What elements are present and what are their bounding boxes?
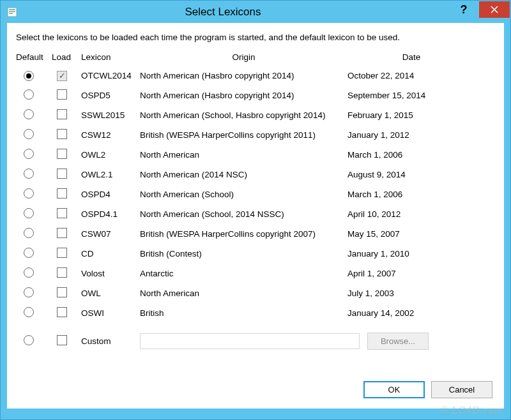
lexicon-origin: North American (Hasbro copyright 2014) — [140, 91, 347, 100]
lexicon-name: OWL2.1 — [81, 170, 140, 179]
lexicon-date: May 15, 2007 — [347, 229, 475, 239]
lexicon-name: OSPD5 — [81, 91, 140, 100]
lexicon-origin: North American — [140, 289, 347, 298]
load-checkbox[interactable] — [57, 267, 67, 278]
lexicon-row: VolostAntarcticApril 1, 2007 — [16, 264, 495, 283]
lexicon-row: SSWL2015North American (School, Hasbro c… — [16, 105, 495, 125]
default-radio[interactable] — [24, 307, 34, 317]
lexicon-date: January 14, 2002 — [347, 308, 475, 318]
browse-button[interactable]: Browse... — [367, 333, 429, 350]
lexicon-name: OSPD4 — [81, 190, 140, 199]
column-headers: Default Load Lexicon Origin Date — [16, 52, 495, 62]
lexicon-name: CD — [81, 249, 140, 259]
lexicon-name: SSWL2015 — [81, 110, 140, 120]
lexicon-origin: North American (Hasbro copyright 2014) — [140, 71, 347, 80]
lexicon-row: OWLNorth AmericanJuly 1, 2003 — [16, 283, 495, 303]
lexicon-date: August 9, 2014 — [347, 170, 475, 179]
load-checkbox[interactable] — [57, 89, 67, 100]
dialog-body: Select the lexicons to be loaded each ti… — [7, 23, 504, 409]
load-checkbox[interactable] — [57, 287, 67, 297]
load-checkbox[interactable] — [57, 307, 67, 317]
custom-default-radio[interactable] — [24, 335, 34, 345]
close-button[interactable] — [479, 1, 510, 18]
custom-label: Custom — [81, 336, 140, 346]
custom-path-input[interactable] — [140, 333, 360, 349]
default-radio[interactable] — [24, 129, 34, 139]
default-radio[interactable] — [24, 267, 34, 278]
header-lexicon: Lexicon — [81, 52, 140, 62]
load-checkbox[interactable] — [57, 71, 67, 81]
lexicon-name: OWL2 — [81, 150, 140, 160]
load-checkbox[interactable] — [57, 129, 67, 139]
default-radio[interactable] — [24, 208, 34, 218]
default-radio[interactable] — [24, 109, 34, 119]
lexicon-date: October 22, 2014 — [347, 71, 475, 80]
load-checkbox[interactable] — [57, 169, 67, 179]
dialog-title: Select Lexicons — [23, 6, 448, 19]
custom-row: Custom Browse... — [16, 329, 495, 352]
load-checkbox[interactable] — [57, 109, 67, 119]
lexicon-origin: British — [140, 308, 347, 318]
lexicon-origin: Antarctic — [140, 269, 347, 278]
lexicon-date: January 1, 2010 — [347, 249, 475, 259]
lexicon-name: CSW12 — [81, 130, 140, 140]
lexicon-date: January 1, 2012 — [347, 130, 475, 140]
lexicon-row: OTCWL2014North American (Hasbro copyrigh… — [16, 66, 495, 86]
default-radio[interactable] — [24, 71, 34, 81]
cancel-button[interactable]: Cancel — [431, 381, 492, 398]
default-radio[interactable] — [24, 89, 34, 100]
load-checkbox[interactable] — [57, 208, 67, 218]
lexicon-date: February 1, 2015 — [347, 110, 475, 120]
custom-load-checkbox[interactable] — [57, 335, 67, 345]
lexicon-name: OWL — [81, 289, 140, 298]
lexicon-row: OSPD4North American (School)March 1, 200… — [16, 184, 495, 204]
app-icon — [6, 6, 18, 18]
default-radio[interactable] — [24, 188, 34, 199]
lexicon-date: July 1, 2003 — [347, 289, 475, 298]
default-radio[interactable] — [24, 248, 34, 258]
lexicon-date: April 1, 2007 — [347, 269, 475, 278]
default-radio[interactable] — [24, 287, 34, 297]
svg-rect-1 — [9, 9, 15, 10]
lexicon-row: OWL2North AmericanMarch 1, 2006 — [16, 145, 495, 165]
instructions-text: Select the lexicons to be loaded each ti… — [16, 32, 495, 43]
default-radio[interactable] — [24, 169, 34, 179]
help-button[interactable]: ? — [448, 1, 479, 18]
load-checkbox[interactable] — [57, 248, 67, 258]
dialog-window: Select Lexicons ? Select the lexicons to… — [0, 0, 511, 420]
svg-rect-2 — [9, 11, 15, 12]
lexicon-date: March 1, 2006 — [347, 150, 475, 160]
ok-button[interactable]: OK — [363, 381, 425, 398]
lexicon-rows: OTCWL2014North American (Hasbro copyrigh… — [16, 66, 495, 323]
lexicon-row: CDBritish (Contest)January 1, 2010 — [16, 244, 495, 264]
lexicon-name: OSWI — [81, 308, 140, 318]
header-date: Date — [347, 52, 475, 62]
lexicon-row: CSW12British (WESPA HarperCollins copyri… — [16, 125, 495, 145]
lexicon-row: OWL2.1North American (2014 NSC)August 9,… — [16, 165, 495, 184]
lexicon-name: Volost — [81, 269, 140, 278]
titlebar: Select Lexicons ? — [1, 1, 510, 23]
load-checkbox[interactable] — [57, 228, 67, 238]
lexicon-date: March 1, 2006 — [347, 190, 475, 199]
load-checkbox[interactable] — [57, 188, 67, 199]
lexicon-origin: North American (2014 NSC) — [140, 170, 347, 179]
header-default: Default — [16, 52, 52, 62]
titlebar-controls: ? — [448, 1, 510, 23]
lexicon-name: OSPD4.1 — [81, 209, 140, 219]
header-load: Load — [52, 52, 81, 62]
lexicon-name: CSW07 — [81, 229, 140, 239]
lexicon-origin: North American (School, 2014 NSSC) — [140, 209, 347, 219]
default-radio[interactable] — [24, 149, 34, 159]
lexicon-origin: North American (School) — [140, 190, 347, 199]
load-checkbox[interactable] — [57, 149, 67, 159]
lexicon-row: CSW07British (WESPA HarperCollins copyri… — [16, 224, 495, 244]
lexicon-name: OTCWL2014 — [81, 71, 140, 80]
lexicon-date: April 10, 2012 — [347, 209, 475, 219]
lexicon-origin: North American (School, Hasbro copyright… — [140, 110, 347, 120]
lexicon-origin: British (WESPA HarperCollins copyright 2… — [140, 229, 347, 239]
default-radio[interactable] — [24, 228, 34, 238]
svg-rect-3 — [9, 13, 13, 14]
header-origin: Origin — [140, 52, 347, 62]
lexicon-row: OSPD4.1North American (School, 2014 NSSC… — [16, 204, 495, 224]
dialog-buttons: OK Cancel — [363, 381, 492, 398]
